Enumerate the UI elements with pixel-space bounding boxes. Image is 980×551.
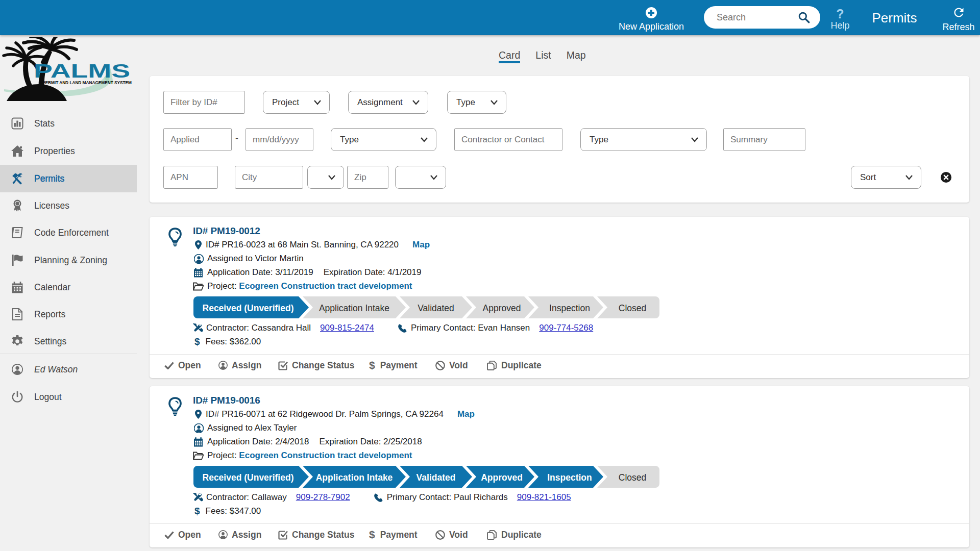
svg-text:Inspection: Inspection [547, 472, 592, 483]
svg-text:Received (Unverified): Received (Unverified) [203, 472, 294, 483]
svg-text:Validated: Validated [418, 303, 454, 313]
svg-text:Inspection: Inspection [549, 303, 590, 313]
svg-text:Validated: Validated [416, 472, 456, 483]
svg-text:Received (Unverified): Received (Unverified) [203, 303, 294, 313]
svg-text:PERMIT AND LAND MANAGEMENT SYS: PERMIT AND LAND MANAGEMENT SYSTEM [42, 80, 132, 85]
svg-text:Application Intake: Application Intake [316, 472, 393, 483]
svg-text:PALMS: PALMS [34, 61, 130, 82]
svg-text:Approved: Approved [481, 472, 523, 483]
svg-text:Closed: Closed [619, 303, 646, 313]
svg-text:Closed: Closed [619, 472, 646, 483]
svg-text:Application Intake: Application Intake [319, 303, 389, 313]
svg-text:Approved: Approved [483, 303, 521, 313]
